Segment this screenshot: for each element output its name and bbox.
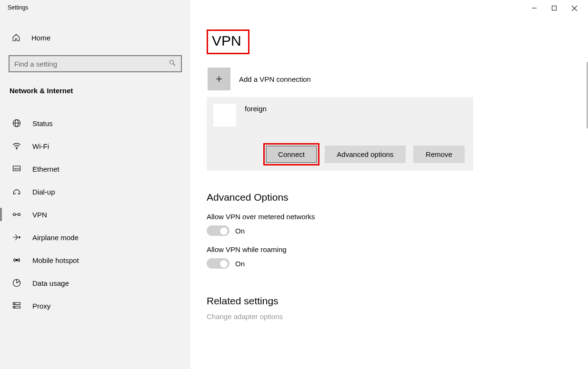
maximize-button[interactable] <box>550 4 558 12</box>
sidebar-item-label: Proxy <box>32 302 50 310</box>
option-roaming-label: Allow VPN while roaming <box>207 245 588 253</box>
sidebar-item-proxy[interactable]: Proxy <box>9 294 182 317</box>
ethernet-icon <box>11 164 22 174</box>
sidebar-item-label: Mobile hotspot <box>32 256 79 264</box>
add-vpn-label: Add a VPN connection <box>239 75 311 83</box>
advanced-options-button[interactable]: Advanced options <box>325 146 406 163</box>
dialup-icon <box>11 187 22 196</box>
minimize-icon <box>531 5 537 11</box>
change-adapter-link[interactable]: Change adapter options <box>207 312 588 320</box>
vpn-connection-icon <box>213 104 236 126</box>
wifi-icon <box>11 141 22 151</box>
sidebar-item-ethernet[interactable]: Ethernet <box>9 157 182 180</box>
sidebar-item-dialup[interactable]: Dial-up <box>9 180 182 203</box>
sidebar-item-label: Status <box>32 119 53 127</box>
home-label: Home <box>31 34 50 42</box>
sidebar-item-hotspot[interactable]: Mobile hotspot <box>9 249 182 272</box>
add-vpn-row[interactable]: + Add a VPN connection <box>208 68 588 90</box>
option-roaming: Allow VPN while roaming On <box>207 245 588 269</box>
search-icon <box>169 59 176 68</box>
sidebar-item-label: VPN <box>32 211 47 219</box>
sidebar-item-label: Data usage <box>32 279 69 287</box>
plus-icon: + <box>208 68 230 90</box>
sidebar-item-vpn[interactable]: VPN <box>9 203 182 226</box>
svg-line-5 <box>173 64 175 66</box>
vpn-connection-header: foreign <box>213 104 467 126</box>
remove-button[interactable]: Remove <box>413 146 465 163</box>
sidebar-item-label: Ethernet <box>32 165 60 173</box>
svg-point-9 <box>16 148 17 149</box>
page-title-highlight: VPN <box>207 29 249 54</box>
search-input[interactable] <box>14 60 169 68</box>
advanced-options-heading: Advanced Options <box>207 192 588 203</box>
svg-point-4 <box>170 60 174 64</box>
toggle-roaming[interactable] <box>207 258 229 269</box>
svg-point-24 <box>14 307 15 307</box>
sidebar-section-label: Network & Internet <box>9 87 182 95</box>
close-icon <box>571 5 578 11</box>
related-settings-heading: Related settings <box>207 295 588 307</box>
option-metered-label: Allow VPN over metered networks <box>207 213 588 221</box>
sidebar-item-label: Dial-up <box>32 188 55 196</box>
svg-point-19 <box>16 259 17 261</box>
sidebar-item-status[interactable]: Status <box>9 112 182 135</box>
sidebar-item-wifi[interactable]: Wi-Fi <box>9 135 182 157</box>
toggle-metered-state: On <box>235 227 245 235</box>
search-box[interactable] <box>9 55 182 72</box>
settings-window: Settings Home Network & In <box>0 0 588 369</box>
airplane-icon <box>11 233 22 242</box>
sidebar-item-airplane[interactable]: Airplane mode <box>9 226 182 249</box>
page-title: VPN <box>212 33 241 49</box>
svg-point-23 <box>14 303 15 304</box>
sidebar-item-label: Wi-Fi <box>32 142 49 150</box>
svg-point-16 <box>13 214 16 216</box>
window-controls <box>530 4 588 12</box>
titlebar: Settings <box>0 0 588 15</box>
sidebar-nav: Status Wi-Fi Ethernet Dial-up <box>9 112 182 317</box>
globe-icon <box>11 118 22 128</box>
option-metered: Allow VPN over metered networks On <box>207 213 588 236</box>
minimize-button[interactable] <box>530 4 538 12</box>
toggle-metered[interactable] <box>207 225 229 236</box>
toggle-roaming-state: On <box>235 260 245 268</box>
datausage-icon <box>11 278 22 288</box>
sidebar: Home Network & Internet Status Wi-Fi <box>0 0 190 369</box>
window-title: Settings <box>0 4 28 11</box>
svg-rect-1 <box>552 6 557 10</box>
main-content: VPN + Add a VPN connection foreign Conne… <box>190 0 588 369</box>
sidebar-item-label: Airplane mode <box>32 233 79 242</box>
hotspot-icon <box>11 255 22 265</box>
close-button[interactable] <box>570 4 578 12</box>
vpn-connection-card[interactable]: foreign Connect Advanced options Remove <box>207 97 473 171</box>
sidebar-item-datausage[interactable]: Data usage <box>9 272 182 294</box>
vpn-actions: Connect Advanced options Remove <box>213 146 467 163</box>
svg-point-17 <box>18 214 20 216</box>
home-icon <box>11 33 21 42</box>
vpn-icon <box>11 210 22 219</box>
vpn-connection-name: foreign <box>245 105 267 113</box>
proxy-icon <box>11 301 22 311</box>
home-nav[interactable]: Home <box>9 29 182 47</box>
connect-button[interactable]: Connect <box>266 146 317 163</box>
maximize-icon <box>551 5 557 11</box>
